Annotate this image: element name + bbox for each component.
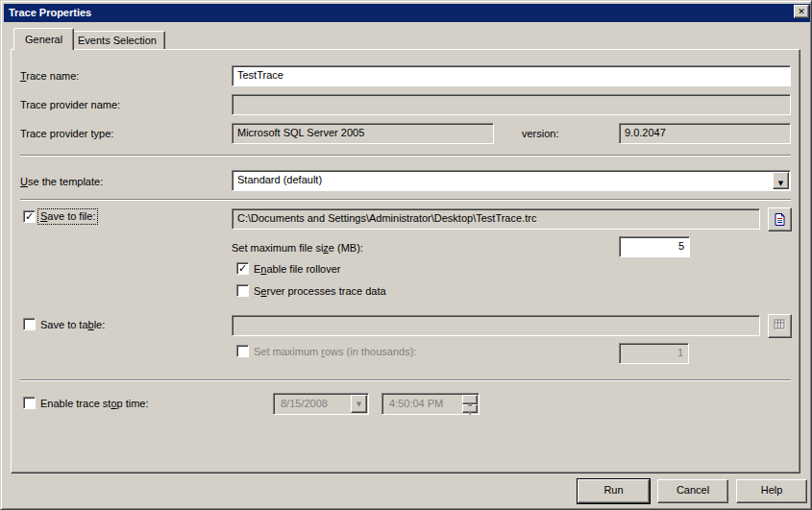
stop-time-label: Enable trace stop time: <box>40 398 149 410</box>
chevron-down-icon: ▼ <box>357 401 361 408</box>
check-icon: ✓ <box>24 211 35 222</box>
provider-name-field <box>232 94 791 115</box>
time-spinner: ▲ ▼ <box>462 395 478 413</box>
provider-type-value: Microsoft SQL Server 2005 <box>237 127 364 138</box>
save-to-file-path: C:\Documents and Settings\Administrator\… <box>237 212 536 224</box>
tab-events-selection-label: Events Selection <box>78 35 157 46</box>
chevron-down-icon: ▼ <box>778 180 783 187</box>
max-rows-value: 1 <box>677 347 683 358</box>
save-to-table-checkbox[interactable] <box>23 318 36 330</box>
separator <box>20 379 791 381</box>
provider-type-label: Trace provider type: <box>20 128 113 140</box>
cancel-button-label: Cancel <box>677 484 709 496</box>
version-field: 9.0.2047 <box>619 123 791 144</box>
close-icon: ✕ <box>798 7 805 16</box>
separator <box>20 155 791 157</box>
max-file-size-label: Set maximum file size (MB): <box>232 242 363 255</box>
server-processes-label: Server processes trace data <box>254 285 386 298</box>
help-button-label: Help <box>761 484 783 496</box>
spinner-up-button: ▲ <box>462 395 478 404</box>
max-rows-label: Set maximum rows (in thousands): <box>254 346 416 358</box>
save-to-file-checkbox[interactable]: ✓ <box>23 210 36 223</box>
chevron-down-icon: ▼ <box>468 409 473 416</box>
file-rollover-label: Enable file rollover <box>254 263 341 276</box>
file-icon <box>774 212 786 227</box>
max-file-size-input[interactable]: 5 <box>619 236 690 257</box>
title-bar[interactable]: Trace Properties ✕ <box>4 4 810 22</box>
stop-time-checkbox[interactable] <box>23 397 36 409</box>
trace-properties-dialog: Trace Properties ✕ General Events Select… <box>0 0 812 510</box>
provider-name-label: Trace provider name: <box>20 99 120 111</box>
template-combobox[interactable]: Standard (default) ▼ <box>232 170 791 191</box>
save-to-file-path-field: C:\Documents and Settings\Administrator\… <box>232 208 760 230</box>
tab-general[interactable]: General <box>13 28 74 50</box>
max-file-size-value: 5 <box>678 240 684 252</box>
file-rollover-checkbox[interactable]: ✓ <box>236 262 249 275</box>
run-button[interactable]: Run <box>578 479 650 503</box>
stop-time-picker: 4:50:04 PM ▲ ▼ <box>381 393 480 415</box>
max-rows-input: 1 <box>619 343 689 364</box>
save-to-table-field <box>232 315 760 336</box>
separator <box>20 199 791 201</box>
provider-type-field: Microsoft SQL Server 2005 <box>232 123 494 144</box>
save-to-table-label: Save to table: <box>40 319 105 331</box>
window-title: Trace Properties <box>9 4 91 22</box>
template-selected-value: Standard (default) <box>237 174 322 185</box>
trace-name-label: Trace name: <box>20 70 79 83</box>
tab-events-selection[interactable]: Events Selection <box>69 31 165 49</box>
tab-general-label: General <box>25 34 62 45</box>
browse-table-button <box>768 314 792 338</box>
table-icon <box>774 319 786 331</box>
version-value: 9.0.2047 <box>625 127 666 138</box>
stop-date-dropdown-button: ▼ <box>351 395 367 413</box>
version-label: version: <box>522 128 559 140</box>
server-processes-checkbox[interactable] <box>236 284 249 297</box>
trace-name-input[interactable]: TestTrace <box>232 65 791 86</box>
run-button-label: Run <box>603 484 623 496</box>
trace-name-value: TestTrace <box>237 69 283 81</box>
help-button[interactable]: Help <box>736 479 807 503</box>
template-dropdown-button[interactable]: ▼ <box>773 172 789 189</box>
template-label: Use the template: <box>20 176 103 188</box>
browse-file-button[interactable] <box>768 207 792 231</box>
close-button[interactable]: ✕ <box>794 5 809 18</box>
spinner-down-button: ▼ <box>462 404 478 414</box>
max-rows-checkbox <box>236 345 249 357</box>
save-to-file-label: Save to file: <box>38 209 97 224</box>
cancel-button[interactable]: Cancel <box>657 479 728 503</box>
stop-date-picker: 8/15/2008 ▼ <box>273 393 369 415</box>
check-icon: ✓ <box>237 263 248 274</box>
